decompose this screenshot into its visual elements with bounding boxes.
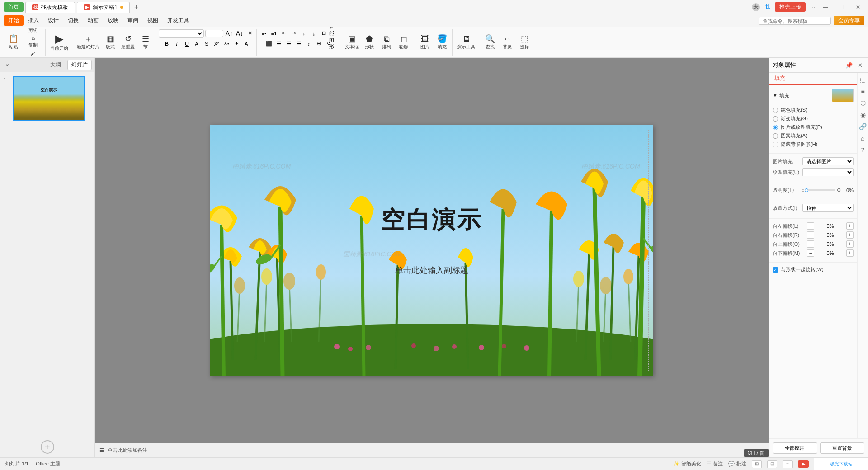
slide-thumbnail[interactable]: 空白演示 bbox=[13, 76, 85, 121]
transparency-slider[interactable] bbox=[807, 189, 835, 191]
view-normal-button[interactable]: ⊞ bbox=[752, 460, 762, 468]
font-family-select[interactable] bbox=[159, 29, 204, 38]
align-center-button[interactable]: ☰ bbox=[274, 39, 283, 48]
apply-all-button[interactable]: 全部应用 bbox=[773, 442, 817, 454]
panel-strip-icon-5[interactable]: 🔗 bbox=[859, 122, 867, 131]
rotate-with-shape-option[interactable]: ✓ 与形状一起旋转(W) bbox=[773, 266, 854, 273]
format-painter-button[interactable]: 🖌 格式式刷 bbox=[23, 50, 43, 58]
fill-option-picture[interactable]: 图片或纹理填充(P) bbox=[773, 124, 854, 131]
fill-button[interactable]: 🪣 填充 bbox=[434, 30, 450, 55]
texture-fill-select[interactable] bbox=[802, 168, 854, 176]
direction-button[interactable]: ↺ bbox=[324, 39, 333, 48]
ribbon-tab-present[interactable]: 放映 bbox=[103, 15, 123, 26]
line-spacing2-button[interactable]: ↨ bbox=[309, 29, 318, 38]
ribbon-tab-dev[interactable]: 开发工具 bbox=[163, 15, 193, 26]
offset-left-minus[interactable]: − bbox=[807, 222, 814, 230]
slide-subtitle[interactable]: 单击此处输入副标题 bbox=[395, 265, 468, 276]
smart-art-button[interactable]: 转智能图形 bbox=[329, 29, 338, 38]
view-grid-button[interactable]: ⊟ bbox=[767, 460, 777, 468]
underline-button[interactable]: U bbox=[182, 39, 191, 48]
select-button[interactable]: ⬚ 选择 bbox=[516, 30, 533, 55]
copy-button[interactable]: ⧉ 复制 bbox=[23, 35, 43, 49]
panel-strip-icon-2[interactable]: ≡ bbox=[859, 87, 867, 95]
fill-option-pattern[interactable]: 图案填充(A) bbox=[773, 132, 854, 139]
upload-button[interactable]: 抢先上传 bbox=[775, 2, 806, 12]
minimize-button[interactable]: — bbox=[819, 3, 832, 12]
font-size-input[interactable]: 0 bbox=[205, 30, 223, 37]
fill-option-solid[interactable]: 纯色填充(S) bbox=[773, 107, 854, 113]
restore-button[interactable]: ❐ bbox=[835, 3, 848, 12]
font-decrease-button[interactable]: A↓ bbox=[235, 29, 244, 38]
panel-strip-icon-7[interactable]: ? bbox=[859, 146, 867, 154]
transparency-minus[interactable]: ○ bbox=[802, 188, 805, 193]
panel-close-icon[interactable]: ✕ bbox=[855, 61, 864, 70]
ribbon-tab-design[interactable]: 设计 bbox=[43, 15, 63, 26]
align-right-button[interactable]: ☰ bbox=[284, 39, 293, 48]
text-align-button[interactable]: ⊡ bbox=[319, 29, 328, 38]
sidebar-collapse-button[interactable]: « bbox=[3, 61, 12, 70]
ribbon-tab-start[interactable]: 开始 bbox=[4, 15, 24, 26]
indent-decrease-button[interactable]: ⇤ bbox=[279, 29, 288, 38]
ribbon-tab-insert[interactable]: 插入 bbox=[24, 15, 43, 26]
fill-option-hide-bg[interactable]: 隐藏背景图形(H) bbox=[773, 141, 854, 148]
offset-up-minus[interactable]: − bbox=[807, 240, 814, 248]
vert-align-button[interactable]: ↕ bbox=[304, 39, 313, 48]
justify-button[interactable]: ☰ bbox=[294, 39, 303, 48]
tab-template[interactable]: 找 找版壳模板 bbox=[25, 2, 75, 13]
picture-button[interactable]: 🖼 图片 bbox=[417, 30, 433, 55]
new-tab-button[interactable]: + bbox=[132, 2, 142, 12]
superscript-button[interactable]: X₂ bbox=[222, 39, 231, 48]
comments-button[interactable]: 💬 批注 bbox=[728, 461, 746, 467]
notes-button[interactable]: ☰ 备注 bbox=[707, 461, 723, 467]
find-button[interactable]: 🔍 查找 bbox=[482, 30, 498, 55]
col-button[interactable]: ⊕ bbox=[314, 39, 323, 48]
shape-button[interactable]: ⬟ 形状 bbox=[361, 30, 377, 55]
pin-icon[interactable]: 📌 bbox=[844, 61, 854, 70]
fill-option-gradient[interactable]: 渐变填充(G) bbox=[773, 115, 854, 122]
vip-button[interactable]: 会员专享 bbox=[834, 16, 864, 25]
panel-tab-fill[interactable]: 填充 bbox=[769, 73, 791, 85]
indent-increase-button[interactable]: ⇥ bbox=[289, 29, 298, 38]
special-format-button[interactable]: ✦ bbox=[232, 39, 241, 48]
canvas-wrapper[interactable]: 图精素.616PIC.COM 图精素.616PIC.COM 国精素.616PIC… bbox=[95, 58, 769, 443]
present-tool-button[interactable]: 🖥 演示工具 bbox=[455, 30, 477, 55]
transparency-plus[interactable]: ⊕ bbox=[837, 187, 841, 193]
ribbon-tab-switch[interactable]: 切换 bbox=[63, 15, 83, 26]
new-slide-button[interactable]: ＋ 新建幻灯片 bbox=[75, 30, 101, 55]
numbering-button[interactable]: ≡1 bbox=[269, 29, 278, 38]
arrange-button[interactable]: ⧉ 排列 bbox=[378, 30, 395, 55]
strikethrough-button[interactable]: A bbox=[192, 39, 201, 48]
reset-button[interactable]: ↺ 层重置 bbox=[119, 30, 137, 55]
sidebar-tab-outline[interactable]: 大纲 bbox=[47, 60, 65, 70]
play-button[interactable]: ▶ 当前开始 bbox=[48, 30, 70, 55]
present-button[interactable]: ▶ bbox=[798, 460, 809, 468]
subscript-button[interactable]: X² bbox=[212, 39, 221, 48]
textbox-button[interactable]: ▣ 文本框 bbox=[343, 30, 360, 55]
font-color-button[interactable]: A bbox=[242, 39, 251, 48]
bullets-button[interactable]: ≡• bbox=[259, 29, 269, 38]
offset-down-plus[interactable]: + bbox=[846, 249, 854, 257]
layout-button[interactable]: ▦ 版式 bbox=[102, 30, 118, 55]
ribbon-tab-review[interactable]: 审阅 bbox=[123, 15, 143, 26]
slide-title[interactable]: 空白演示 bbox=[381, 204, 482, 236]
offset-down-minus[interactable]: − bbox=[807, 249, 814, 257]
offset-up-plus[interactable]: + bbox=[846, 240, 854, 248]
add-notes-text[interactable]: 单击此处添加备注 bbox=[108, 447, 147, 454]
cut-button[interactable]: ✂ 剪切 bbox=[23, 27, 43, 34]
view-outline-button[interactable]: ≡ bbox=[783, 460, 793, 468]
panel-strip-icon-3[interactable]: ⬡ bbox=[859, 99, 867, 107]
tab-presentation[interactable]: ▶ 演示文稿1 bbox=[77, 2, 130, 13]
sidebar-tab-slides[interactable]: 幻灯片 bbox=[67, 60, 92, 70]
offset-right-minus[interactable]: − bbox=[807, 231, 814, 239]
section-button[interactable]: ☰ 节 bbox=[137, 30, 154, 55]
align-left-button[interactable]: ⬛ bbox=[264, 39, 274, 48]
add-slide-button[interactable]: + bbox=[41, 440, 54, 454]
clear-format-button[interactable]: ✕ bbox=[245, 29, 255, 38]
home-tab[interactable]: 首页 bbox=[4, 2, 24, 12]
font-increase-button[interactable]: A↑ bbox=[225, 29, 234, 38]
offset-left-plus[interactable]: + bbox=[846, 222, 854, 230]
bold-button[interactable]: B bbox=[162, 39, 171, 48]
picture-fill-select[interactable]: 请选择图片 bbox=[802, 157, 854, 165]
ribbon-tab-view[interactable]: 视图 bbox=[143, 15, 163, 26]
panel-strip-icon-6[interactable]: ⌂ bbox=[859, 134, 867, 142]
